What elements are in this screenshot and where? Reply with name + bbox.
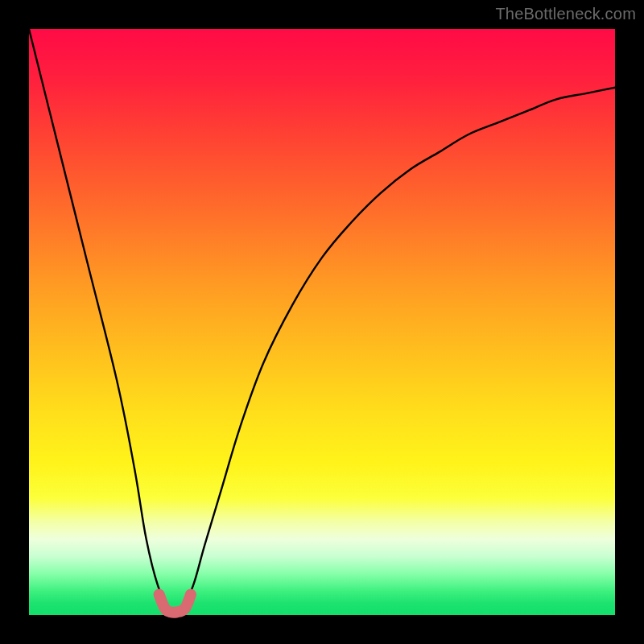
optimal-region-marker (159, 595, 191, 613)
watermark-text: TheBottleneck.com (495, 5, 636, 23)
bottleneck-curve (29, 29, 615, 615)
chart-frame: TheBottleneck.com (0, 0, 644, 644)
plot-area (29, 29, 615, 615)
chart-svg (29, 29, 615, 615)
